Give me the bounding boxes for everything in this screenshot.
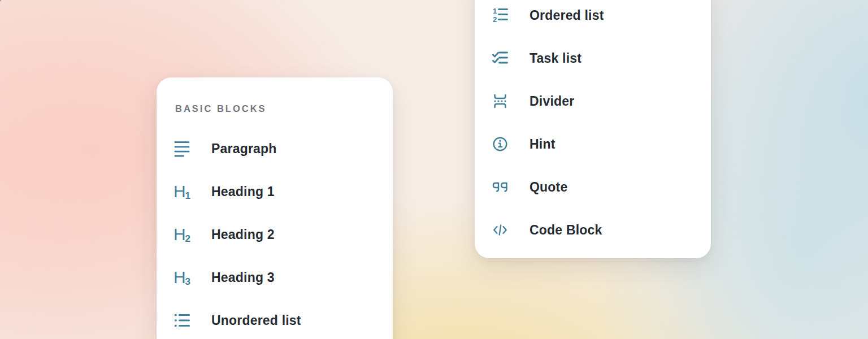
section-title-basic-blocks: BASIC BLOCKS: [175, 103, 267, 114]
menu-item-label: Code Block: [530, 223, 602, 238]
menu-item-label: Heading 1: [211, 184, 275, 199]
menu-item-label: Ordered list: [530, 8, 604, 23]
menu-item-label: Quote: [530, 180, 567, 195]
divider-icon: [492, 93, 508, 110]
menu-item-unordered-list[interactable]: Unordered list: [157, 299, 393, 339]
heading-2-icon: H2: [174, 226, 190, 243]
basic-blocks-menu: ParagraphH1Heading 1H2Heading 2H3Heading…: [157, 127, 393, 339]
grid-panel-right: [0, 0, 1, 1]
menu-item-code-block[interactable]: Code Block: [475, 208, 711, 251]
menu-item-paragraph[interactable]: Paragraph: [157, 127, 393, 170]
menu-item-divider[interactable]: Divider: [475, 80, 711, 123]
menu-item-label: Task list: [530, 51, 581, 66]
paragraph-icon: [174, 140, 190, 157]
hint-icon: [492, 136, 508, 153]
menu-item-heading-1[interactable]: H1Heading 1: [157, 170, 393, 213]
menu-item-label: Divider: [530, 94, 574, 109]
quote-icon: [492, 179, 508, 195]
unordered-list-icon: [174, 312, 190, 329]
menu-item-heading-3[interactable]: H3Heading 3: [157, 256, 393, 299]
menu-item-label: Paragraph: [211, 141, 277, 157]
svg-text:2: 2: [493, 15, 497, 24]
menu-item-label: Heading 3: [211, 270, 275, 285]
ordered-list-icon: 12: [492, 7, 508, 24]
menu-item-label: Heading 2: [211, 227, 275, 242]
menu-item-label: Unordered list: [211, 313, 301, 328]
svg-text:1: 1: [493, 7, 497, 15]
menu-item-label: Hint: [530, 137, 555, 152]
block-menu-card-continued: 12Ordered listTask listDividerHintQuoteC…: [475, 0, 711, 258]
task-list-icon: [492, 50, 508, 67]
menu-item-ordered-list[interactable]: 12Ordered list: [475, 0, 711, 37]
heading-3-icon: H3: [174, 269, 190, 286]
menu-item-hint[interactable]: Hint: [475, 123, 711, 166]
block-menu-card-basic-blocks: BASIC BLOCKS ParagraphH1Heading 1H2Headi…: [157, 77, 393, 339]
heading-1-icon: H1: [174, 183, 190, 200]
blocks-menu-continued: 12Ordered listTask listDividerHintQuoteC…: [475, 0, 711, 251]
code-block-icon: [492, 221, 508, 238]
menu-item-heading-2[interactable]: H2Heading 2: [157, 213, 393, 256]
menu-item-task-list[interactable]: Task list: [475, 37, 711, 80]
menu-item-quote[interactable]: Quote: [475, 166, 711, 208]
